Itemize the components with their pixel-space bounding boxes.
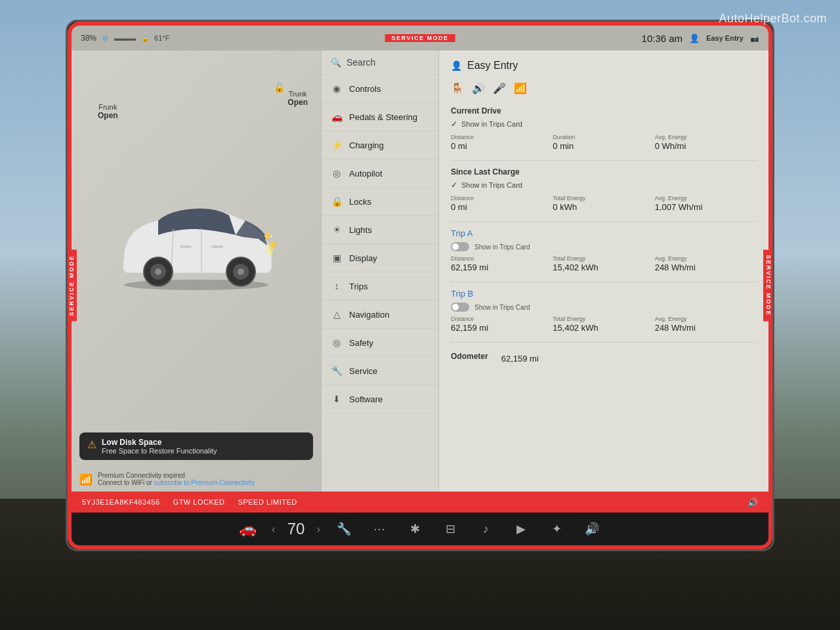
- speed-status: SPEED LIMITED: [238, 498, 297, 506]
- top-bar: 38% ❄ ▬▬▬ 🔒 61°F SERVICE MODE 10:36 am 👤…: [72, 26, 768, 51]
- current-drive-checkbox-row[interactable]: ✓ Show in Trips Card: [451, 119, 757, 129]
- trip-b-distance: Distance 62,159 mi: [451, 316, 553, 333]
- menu-item-charging[interactable]: ⚡ Charging: [322, 131, 438, 159]
- since-charge-checkbox-row[interactable]: ✓ Show in Trips Card: [451, 180, 757, 190]
- since-charge-checkbox-label: Show in Trips Card: [461, 181, 522, 189]
- taskbar-wrench-icon[interactable]: 🔧: [332, 517, 356, 541]
- odometer-label: Odometer: [451, 352, 488, 361]
- screen: 38% ❄ ▬▬▬ 🔒 61°F SERVICE MODE 10:36 am 👤…: [72, 26, 768, 545]
- taskbar-bluetooth-icon[interactable]: ✱: [403, 517, 427, 541]
- autopilot-icon: ◎: [331, 168, 343, 178]
- right-panel-title: Easy Entry: [467, 60, 518, 72]
- audio-icon: 🔊: [472, 82, 485, 94]
- battery-bar: ▬▬▬: [114, 34, 136, 42]
- lock-icon: 🔒: [141, 35, 149, 42]
- trip-b-toggle[interactable]: [451, 303, 469, 312]
- service-label-right: SERVICE MODE: [763, 250, 774, 322]
- trip-a-avg-energy-value: 248 Wh/mi: [655, 262, 757, 272]
- current-drive-energy-label: Avg. Energy: [655, 134, 757, 140]
- taskbar-apps2-icon[interactable]: ✦: [545, 517, 568, 541]
- trip-a-stats: Distance 62,159 mi Total Energy 15,402 k…: [451, 255, 757, 272]
- trip-a-avg-energy: Avg. Energy 248 Wh/mi: [655, 255, 757, 272]
- right-panel: 👤 Easy Entry 🪑 🔊 🎤 📶 Current Drive ✓ Sho…: [439, 51, 768, 492]
- connectivity-link[interactable]: subscribe to Premium Connectivity: [154, 479, 255, 486]
- charging-icon: ⚡: [331, 140, 343, 150]
- menu-item-display-label: Display: [349, 253, 377, 263]
- taskbar-play-icon[interactable]: ▶: [509, 517, 533, 541]
- taskbar-chevron-right[interactable]: ›: [316, 522, 320, 536]
- service-icon: 🔧: [331, 366, 343, 376]
- since-charge-avg-energy-value: 1,007 Wh/mi: [655, 202, 757, 212]
- trip-b-total-energy-label: Total Energy: [553, 316, 654, 322]
- trip-a-title: Trip A: [451, 228, 757, 238]
- divider-2: [451, 221, 757, 222]
- battery-percentage: 38%: [81, 33, 96, 43]
- taskbar-volume-icon[interactable]: 🔊: [580, 517, 604, 541]
- menu-panel: 🔍 Search ◉ Controls 🚗 Pedals & Steering …: [321, 51, 439, 492]
- menu-item-trips[interactable]: ↕ Trips: [322, 272, 438, 301]
- menu-item-pedals[interactable]: 🚗 Pedals & Steering: [322, 103, 438, 131]
- signal-icon: 📶: [79, 473, 93, 486]
- since-charge-avg-energy-label: Avg. Energy: [655, 195, 757, 201]
- controls-icon: ◉: [331, 83, 343, 94]
- menu-item-lights[interactable]: ☀ Lights: [322, 216, 438, 244]
- camera-icon: 📷: [750, 34, 759, 43]
- taskbar-car-icon[interactable]: 🚗: [236, 517, 260, 541]
- menu-item-service[interactable]: 🔧 Service: [322, 357, 438, 385]
- person-header-icon: 👤: [451, 60, 462, 71]
- svg-point-8: [238, 268, 244, 275]
- connectivity-notice: 📶 Premium Connectivity expired Connect t…: [72, 468, 321, 492]
- trip-b-distance-value: 62,159 mi: [451, 323, 553, 333]
- trip-a-distance: Distance 62,159 mi: [451, 255, 553, 272]
- climate-icon: ❄: [102, 33, 109, 43]
- trunk-lock-icon: 🔓: [274, 82, 285, 93]
- menu-item-controls[interactable]: ◉ Controls: [322, 75, 438, 103]
- frunk-open-text: Open: [98, 111, 118, 120]
- trip-a-distance-value: 62,159 mi: [451, 262, 553, 272]
- trip-b-stats: Distance 62,159 mi Total Energy 15,402 k…: [451, 316, 757, 333]
- menu-item-autopilot[interactable]: ◎ Autopilot: [322, 159, 438, 188]
- since-charge-stats: Distance 0 mi Total Energy 0 kWh Avg. En…: [451, 195, 757, 212]
- volume-icon: 🔊: [747, 497, 758, 507]
- current-drive-distance: Distance 0 mi: [451, 134, 553, 151]
- menu-item-display[interactable]: ▣ Display: [322, 244, 438, 272]
- trip-b-avg-energy: Avg. Energy 248 Wh/mi: [655, 316, 757, 333]
- since-charge-distance-label: Distance: [451, 195, 553, 201]
- current-drive-energy: Avg. Energy 0 Wh/mi: [655, 134, 757, 151]
- current-drive-duration: Duration 0 min: [553, 134, 654, 151]
- menu-item-service-label: Service: [349, 366, 377, 376]
- trip-a-avg-energy-label: Avg. Energy: [655, 255, 757, 262]
- taskbar-music-icon[interactable]: ♪: [474, 517, 497, 541]
- trip-b-avg-energy-label: Avg. Energy: [655, 316, 757, 322]
- left-panel: Frunk Open 🔓 Trunk Open: [72, 51, 321, 492]
- menu-item-trips-label: Trips: [349, 282, 368, 291]
- since-charge-check: ✓: [451, 180, 457, 190]
- svg-text:⚡: ⚡: [267, 240, 279, 251]
- menu-item-navigation[interactable]: △ Navigation: [322, 301, 438, 329]
- taskbar-speed-display: 70: [287, 520, 305, 538]
- easy-entry-label: Easy Entry: [706, 34, 744, 42]
- menu-item-safety[interactable]: ◎ Safety: [322, 329, 438, 357]
- menu-item-software[interactable]: ⬇ Software: [322, 385, 438, 413]
- trip-b-total-energy: Total Energy 15,402 kWh: [553, 316, 654, 333]
- odometer-row: Odometer 62,159 mi: [451, 349, 757, 368]
- connectivity-body: Connect to WiFi or subscribe to Premium …: [98, 479, 255, 486]
- current-drive-distance-value: 0 mi: [451, 141, 553, 151]
- menu-search[interactable]: 🔍 Search: [322, 51, 438, 75]
- current-drive-check: ✓: [451, 119, 457, 129]
- warning-text: Low Disk Space Free Space to Restore Fun…: [102, 438, 217, 455]
- bottom-status-bar: 5YJ3E1EA8KF483456 GTW LOCKED SPEED LIMIT…: [72, 492, 768, 513]
- taskbar-grid-icon[interactable]: ⊟: [438, 517, 462, 541]
- person-icon: 👤: [689, 33, 700, 43]
- divider-3: [451, 282, 757, 282]
- menu-item-locks[interactable]: 🔒 Locks: [322, 188, 438, 216]
- current-drive-duration-label: Duration: [553, 134, 654, 140]
- wifi-icon: 📶: [514, 82, 527, 94]
- trunk-label: Trunk Open: [287, 90, 308, 107]
- since-last-charge-title: Since Last Charge: [451, 167, 757, 177]
- taskbar-chevron-left[interactable]: ‹: [272, 522, 276, 536]
- trip-a-toggle[interactable]: [451, 242, 469, 251]
- taskbar-apps-icon[interactable]: ⋯: [368, 517, 391, 541]
- current-drive-section: Current Drive ✓ Show in Trips Card Dista…: [451, 106, 757, 151]
- svg-rect-10: [180, 245, 192, 248]
